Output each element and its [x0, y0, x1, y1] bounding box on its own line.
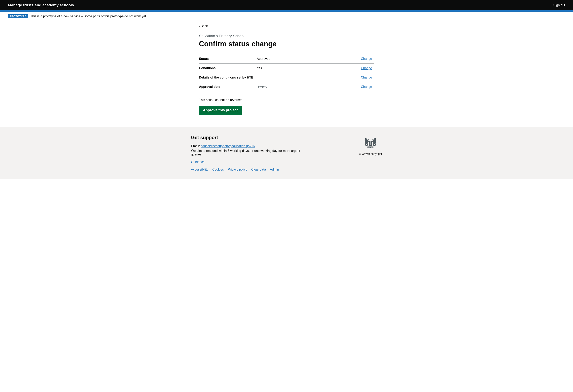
row-change-conditions: Change	[353, 64, 374, 73]
prototype-tag: PROTOTYPE	[8, 14, 28, 18]
footer-email-link[interactable]: sddservicessupport@education.gov.uk	[201, 144, 255, 148]
crown-emblem-icon: DIEU ET MON	[360, 135, 380, 151]
svg-rect-20	[374, 138, 374, 139]
change-conditions-link[interactable]: Change	[361, 66, 372, 70]
footer-links: Accessibility Cookies Privacy policy Cle…	[191, 168, 310, 171]
svg-rect-9	[367, 138, 367, 139]
email-prefix: Email:	[191, 144, 201, 148]
footer-link-accessibility[interactable]: Accessibility	[191, 168, 208, 171]
footer: Get support Email: sddservicessupport@ed…	[0, 127, 573, 179]
change-conditions-detail-link[interactable]: Change	[361, 76, 372, 79]
footer-link-admin[interactable]: Admin	[270, 168, 279, 171]
table-row: Status Approved Change	[199, 54, 374, 64]
footer-link-privacy-policy[interactable]: Privacy policy	[228, 168, 247, 171]
warning-text: This action cannot be reversed.	[199, 98, 374, 102]
svg-rect-7	[365, 138, 366, 139]
header: Manage trusts and academy schools Sign o…	[0, 0, 573, 10]
row-change-status: Change	[353, 54, 374, 64]
back-chevron-icon: ‹	[199, 24, 200, 28]
row-change-approval-date: Change	[353, 82, 374, 92]
approve-button[interactable]: Approve this project	[199, 106, 242, 115]
footer-email-line: Email: sddservicessupport@education.gov.…	[191, 144, 310, 148]
footer-guidance-link[interactable]: Guidance	[191, 160, 310, 164]
blue-bar	[0, 10, 573, 12]
sign-out-link[interactable]: Sign out	[553, 3, 565, 7]
svg-rect-16	[374, 145, 375, 146]
row-key-conditions-detail: Details of the conditions set by HTB	[199, 73, 257, 82]
table-row: Conditions Yes Change	[199, 64, 374, 73]
svg-rect-8	[366, 138, 366, 139]
change-approval-date-link[interactable]: Change	[361, 85, 372, 88]
empty-badge: EMPTY	[257, 85, 269, 89]
svg-text:DIEU ET MON: DIEU ET MON	[368, 147, 373, 148]
row-change-conditions-detail: Change	[353, 73, 374, 82]
footer-left: Get support Email: sddservicessupport@ed…	[191, 135, 310, 171]
row-value-conditions: Yes	[257, 64, 353, 73]
change-status-link[interactable]: Change	[361, 57, 372, 60]
row-value-approval-date: EMPTY	[257, 82, 353, 92]
back-link-label: Back	[201, 24, 208, 28]
main-content: ‹ Back St. Wilfrid's Primary School Conf…	[191, 20, 382, 127]
page-title: Confirm status change	[199, 40, 374, 48]
prototype-banner: PROTOTYPE This is a prototype of a new s…	[0, 12, 573, 20]
site-title[interactable]: Manage trusts and academy schools	[8, 3, 74, 7]
row-key-status: Status	[199, 54, 257, 64]
svg-rect-21	[375, 138, 375, 139]
school-name: St. Wilfrid's Primary School	[199, 34, 374, 38]
table-row: Approval date EMPTY Change	[199, 82, 374, 92]
footer-heading: Get support	[191, 135, 310, 140]
prototype-text: This is a prototype of a new service – S…	[30, 15, 147, 18]
crown-copyright-text: © Crown copyright	[359, 152, 382, 155]
footer-link-clear-data[interactable]: Clear data	[251, 168, 266, 171]
table-row: Details of the conditions set by HTB Cha…	[199, 73, 374, 82]
row-key-conditions: Conditions	[199, 64, 257, 73]
row-key-approval-date: Approval date	[199, 82, 257, 92]
crown-copyright-section: DIEU ET MON © Crown copyright	[359, 135, 382, 155]
svg-rect-3	[366, 145, 367, 146]
footer-respond-text: We aim to respond within 5 working days,…	[191, 149, 310, 156]
row-value-conditions-detail	[257, 73, 353, 82]
summary-table: Status Approved Change Conditions Yes Ch…	[199, 54, 374, 92]
svg-rect-22	[375, 138, 376, 139]
row-value-status: Approved	[257, 54, 353, 64]
footer-link-cookies[interactable]: Cookies	[212, 168, 224, 171]
back-link[interactable]: ‹ Back	[199, 24, 208, 28]
